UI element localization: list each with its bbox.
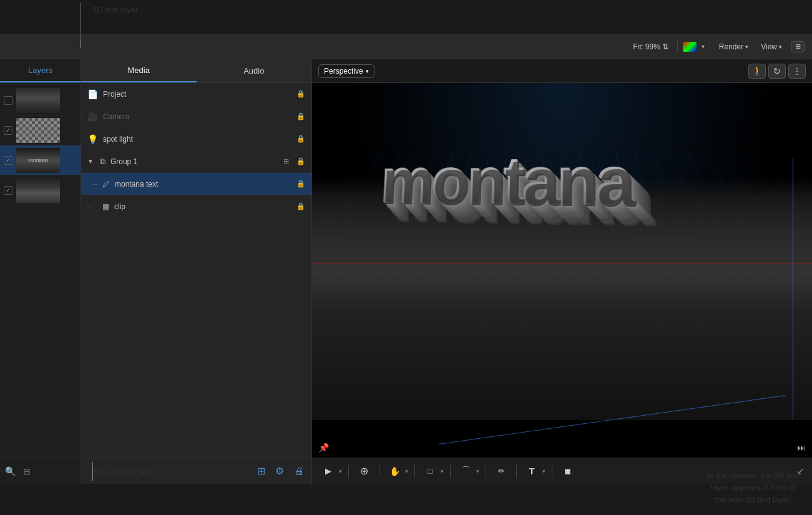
canvas-tool-person[interactable]: 🚶 [748, 64, 766, 79]
layer-thumb-4 [16, 178, 60, 203]
bottom-sep-6 [516, 465, 517, 478]
tab-layers[interactable]: Layers [0, 59, 81, 82]
select-tool-chevron: ▾ [339, 468, 342, 474]
path-tool-button[interactable]: ⌒ [457, 464, 474, 479]
playhead-right-icon: ⏭ [797, 443, 806, 453]
orbit-tool-group: ⊕ [355, 464, 373, 479]
pan-tool-group: ✋ ▾ [386, 464, 408, 479]
blue-vertical-line [793, 158, 793, 420]
fit-control[interactable]: Fit: 99% ⇅ [629, 41, 672, 53]
settings-icon[interactable]: ⚙ [275, 465, 284, 477]
layer-checkbox-3[interactable] [4, 156, 12, 165]
playhead-left-icon: 📌 [318, 443, 329, 453]
layer-thumb-3: montana [16, 148, 60, 173]
layer-checkbox-2[interactable] [4, 126, 12, 135]
project-icon: 📄 [87, 89, 98, 99]
spotlight-icon: 💡 [87, 134, 98, 144]
app-container: Fit: 99% ⇅ ▾ Render ▾ View ▾ ⊞ Layers [0, 34, 812, 484]
pan-tool-chevron: ▾ [405, 468, 408, 474]
layer-name-clip: clip [114, 202, 291, 211]
tab-media-label: Media [128, 66, 150, 75]
layer-name-group1: Group 1 [110, 157, 278, 166]
perspective-dropdown[interactable]: Perspective ▾ [318, 64, 374, 78]
layer-list: 📄 Project 🔒 🎥 Camera 🔒 💡 spot light 🔒 [81, 83, 311, 458]
path-tool-group: ⌒ ▾ [457, 464, 479, 479]
tab-media[interactable]: Media [81, 59, 197, 82]
text-tool-button[interactable]: T [523, 464, 541, 479]
orbit-tool-button[interactable]: ⊕ [355, 464, 373, 479]
list-item-montana-text[interactable]: — 🖊 montana text 🔒 [81, 173, 311, 195]
layer-checkbox-1[interactable] [4, 96, 12, 105]
render-button[interactable]: Render ▾ [715, 41, 752, 53]
top-toolbar: Fit: 99% ⇅ ▾ Render ▾ View ▾ ⊞ [0, 34, 812, 59]
layer-thumb-item-1[interactable] [0, 86, 81, 115]
bottom-sep-7 [552, 465, 552, 478]
bottom-right-text: In the canvas, the 3D textlayer appears … [708, 471, 800, 504]
lock-icon-montana: 🔒 [296, 180, 305, 188]
view-button[interactable]: View ▾ [757, 41, 786, 53]
canvas-right-tools: 🚶 ↻ ⋮ [748, 64, 806, 79]
perspective-label: Perspective [324, 67, 363, 76]
list-item-clip[interactable]: — ▦ clip 🔒 [81, 195, 311, 218]
canvas-main[interactable]: montana 📌 ⏭ [312, 83, 812, 458]
layer-name-camera: Camera [103, 112, 291, 121]
layer-name-montana: montana text [115, 180, 291, 189]
list-item-spotlight[interactable]: 💡 spot light 🔒 [81, 128, 311, 150]
tab-layers-label: Layers [28, 66, 52, 75]
grid-icon[interactable]: ⊞ [257, 465, 265, 477]
perspective-chevron-icon: ▾ [366, 68, 369, 74]
camera-icon: 🎥 [87, 112, 98, 122]
layer-checkbox-4[interactable] [4, 186, 12, 195]
canvas-area: Perspective ▾ 🚶 ↻ ⋮ montana [312, 59, 812, 484]
layer-thumbs-list: montana [0, 83, 81, 458]
color-chevron-icon: ▾ [702, 43, 705, 50]
list-item-camera[interactable]: 🎥 Camera 🔒 [81, 105, 311, 128]
select-tool-button[interactable]: ▶ [320, 464, 337, 479]
pen-tool-button[interactable]: ✏ [492, 464, 510, 479]
view-label: View [761, 42, 777, 51]
layer-thumb-item-2[interactable] [0, 115, 81, 145]
layer-name-project: Project [103, 90, 291, 99]
share-icon[interactable]: 🖨 [294, 466, 304, 477]
bottom-sep-5 [486, 465, 486, 478]
list-item-group1[interactable]: ▼ ⧉ Group 1 ⊞ 🔒 [81, 150, 311, 173]
canvas-tool-more[interactable]: ⋮ [788, 64, 806, 79]
scene-background: montana [312, 83, 812, 458]
pan-tool-button[interactable]: ✋ [386, 464, 403, 479]
bottom-sep-4 [450, 465, 451, 478]
montana-3d-text: montana [379, 143, 812, 217]
view-toggle-icon[interactable]: ⊟ [23, 466, 31, 476]
layer-thumb-item-3[interactable]: montana [0, 145, 81, 175]
left-panel-footer: 🔍 ⊟ [0, 458, 81, 484]
canvas-tool-orbit2[interactable]: ↻ [768, 64, 786, 79]
bottom-right-annotation: In the canvas, the 3D textlayer appears … [708, 469, 800, 506]
layout-icon-button[interactable]: ⊞ [791, 41, 805, 52]
group-icon: ⧉ [100, 157, 105, 167]
rect-tool-chevron: ▾ [441, 468, 444, 474]
middle-tab-bar: Media Audio [81, 59, 311, 83]
view-chevron-icon: ▾ [779, 44, 782, 50]
clip-icon: ▦ [102, 202, 109, 211]
fit-value: 99% [645, 42, 660, 51]
list-item-project[interactable]: 📄 Project 🔒 [81, 83, 311, 105]
lock-icon-project: 🔒 [296, 90, 305, 98]
pen-tool-group: ✏ [492, 464, 510, 479]
shape-tool-button[interactable]: ◼ [559, 464, 576, 479]
fit-spinner-icon: ⇅ [662, 42, 668, 51]
color-picker-button[interactable] [683, 42, 697, 52]
text-3d-icon: 🖊 [102, 180, 110, 189]
layer-thumb-item-4[interactable] [0, 175, 81, 205]
text-tool-chevron: ▾ [542, 468, 545, 474]
rect-tool-button[interactable]: □ [421, 464, 439, 479]
select-tool-group: ▶ ▾ [320, 464, 342, 479]
middle-panel: Media Audio 📄 Project 🔒 🎥 Camera 🔒 [81, 59, 312, 484]
search-icon[interactable]: 🔍 [5, 466, 16, 476]
rect-tool-group: □ ▾ [421, 464, 444, 479]
layers-panel: Layers montana [0, 59, 81, 484]
path-tool-chevron: ▾ [476, 468, 479, 474]
toolbar-sep-2 [710, 41, 710, 52]
group-lock-icon: ⊞ [283, 157, 289, 165]
tab-audio[interactable]: Audio [197, 59, 312, 82]
red-axis-line [312, 263, 812, 263]
layer-name-spotlight: spot light [103, 135, 291, 144]
